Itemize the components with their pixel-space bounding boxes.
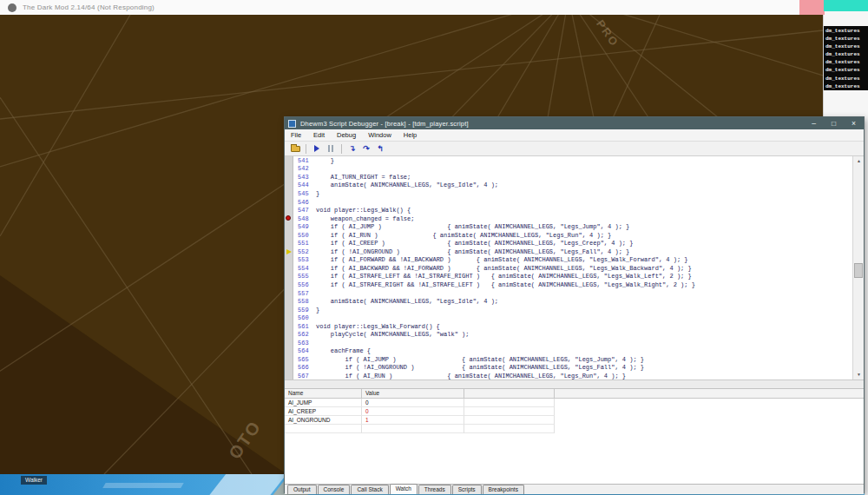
line-number: 550 (293, 232, 316, 239)
watch-value-cell[interactable]: 0 (362, 399, 464, 407)
tab-console[interactable]: Console (318, 485, 351, 494)
breakpoint-gutter[interactable] (285, 314, 293, 322)
code-line: 562 playCycle( ANIMCHANNEL_LEGS, "walk" … (285, 330, 864, 339)
breakpoint-gutter[interactable] (285, 222, 293, 231)
game-close-button[interactable] (799, 0, 825, 15)
line-number: 546 (293, 199, 316, 206)
line-text: if ( AI_FORWARD && !AI_BACKWARD ) { anim… (316, 256, 687, 263)
toolbar-separator (306, 144, 306, 154)
breakpoint-icon[interactable] (286, 215, 291, 221)
pause-icon[interactable] (324, 143, 338, 155)
breakpoint-gutter[interactable] (285, 248, 293, 256)
code-line: 560 (285, 314, 864, 322)
watch-header: NameValue (285, 389, 864, 399)
menu-item-edit[interactable]: Edit (307, 131, 331, 139)
code-line: 557 (285, 289, 864, 298)
watch-panel[interactable]: NameValue AI_JUMP0AI_CREEP0AI_ONGROUND1 (285, 389, 864, 484)
watch-name-cell[interactable]: AI_JUMP (285, 399, 362, 407)
line-number: 543 (293, 174, 316, 181)
step-out-icon[interactable]: ↰ (373, 143, 387, 155)
breakpoint-gutter[interactable] (285, 322, 293, 331)
tab-scripts[interactable]: Scripts (452, 485, 482, 494)
toolbar-separator (341, 144, 342, 154)
close-button[interactable]: × (844, 117, 864, 129)
maximize-button[interactable]: □ (824, 117, 844, 129)
tab-watch[interactable]: Watch (390, 484, 418, 494)
open-file-icon[interactable] (288, 143, 302, 155)
breakpoint-gutter[interactable] (285, 306, 293, 314)
run-icon (314, 145, 319, 152)
step-out-icon: ↰ (377, 144, 384, 153)
breakpoint-gutter[interactable] (285, 355, 293, 364)
breakpoint-gutter[interactable] (285, 189, 293, 198)
watch-name-cell[interactable] (285, 425, 362, 433)
step-over-icon[interactable]: ↷ (359, 143, 373, 155)
scroll-down-icon[interactable]: ▼ (853, 370, 864, 380)
debugger-titlebar[interactable]: Dhewm3 Script Debugger - [break] - [tdm_… (285, 117, 864, 129)
scroll-up-icon[interactable]: ▲ (853, 156, 864, 166)
breakpoint-gutter[interactable] (285, 231, 293, 240)
breakpoint-gutter[interactable] (285, 280, 293, 289)
console-line: dm_textures (825, 75, 868, 82)
watch-value-cell[interactable]: 0 (362, 407, 464, 416)
game-titlebar[interactable]: The Dark Mod 2.14/64 (Not Responding) (0, 0, 825, 15)
breakpoint-gutter[interactable] (285, 182, 293, 190)
watch-row[interactable]: AI_CREEP0 (285, 407, 864, 416)
line-text: if ( !AI_ONGROUND ) { animState( ANIMCHA… (316, 364, 644, 371)
tab-threads[interactable]: Threads (418, 485, 451, 494)
breakpoint-gutter[interactable] (285, 289, 293, 298)
menu-item-file[interactable]: File (285, 131, 307, 139)
watch-name-cell[interactable]: AI_ONGROUND (285, 416, 362, 425)
game-window-title: The Dark Mod 2.14/64 (Not Responding) (23, 3, 155, 11)
code-line: 550 if ( AI_RUN ) { animState( ANIMCHANN… (285, 231, 864, 240)
breakpoint-gutter[interactable] (285, 239, 293, 248)
scrollbar-thumb[interactable] (854, 263, 863, 278)
breakpoint-gutter[interactable] (285, 297, 293, 306)
breakpoint-gutter[interactable] (285, 372, 293, 380)
watch-row[interactable]: AI_ONGROUND1 (285, 416, 864, 425)
breakpoint-gutter[interactable] (285, 256, 293, 265)
tab-call-stack[interactable]: Call Stack (351, 485, 388, 494)
minimize-button[interactable]: – (804, 117, 824, 129)
watch-row[interactable]: AI_JUMP0 (285, 399, 864, 407)
breakpoint-gutter[interactable] (285, 339, 293, 347)
menu-item-debug[interactable]: Debug (331, 131, 362, 139)
watch-column-header[interactable]: Value (362, 389, 464, 398)
breakpoint-gutter[interactable] (285, 156, 293, 165)
watch-name-cell[interactable]: AI_CREEP (285, 407, 362, 416)
breakpoint-gutter[interactable] (285, 264, 293, 273)
tab-output[interactable]: Output (287, 485, 317, 494)
menu-item-help[interactable]: Help (398, 131, 423, 139)
line-text: weapon_changed = false; (316, 215, 414, 222)
watch-row[interactable] (285, 425, 864, 433)
step-into-icon: ↴ (349, 144, 356, 153)
breakpoint-gutter[interactable] (285, 364, 293, 373)
line-text: if ( AI_JUMP ) { animState( ANIMCHANNEL_… (316, 356, 644, 363)
breakpoint-gutter[interactable] (285, 330, 293, 339)
desktop: PRO OTO The Dark Mod 2.14/64 (Not Respon… (0, 0, 868, 495)
line-text: void player::Legs_Walk_Forward() { (316, 323, 440, 330)
watch-column-header[interactable]: Name (285, 389, 362, 398)
watch-column-header[interactable] (464, 389, 555, 398)
breakpoint-gutter[interactable] (285, 206, 293, 214)
code-editor[interactable]: 541 }542543 AI_TURN_RIGHT = false;544 an… (285, 156, 864, 380)
watch-value-cell[interactable]: 1 (362, 416, 464, 425)
line-number: 567 (293, 373, 316, 380)
vertical-scrollbar[interactable]: ▲ ▼ (852, 156, 864, 380)
pane-splitter[interactable] (285, 380, 864, 389)
console-line: dm_textures (825, 66, 868, 74)
breakpoint-gutter[interactable] (285, 273, 293, 281)
breakpoint-gutter[interactable] (285, 347, 293, 356)
current-line-icon (286, 249, 292, 254)
watch-value-cell[interactable] (362, 425, 464, 433)
breakpoint-gutter[interactable] (285, 214, 293, 223)
line-text: if ( AI_CREEP ) { animState( ANIMCHANNEL… (316, 240, 633, 247)
tab-breakpoints[interactable]: Breakpoints (483, 485, 524, 494)
breakpoint-gutter[interactable] (285, 198, 293, 207)
breakpoint-gutter[interactable] (285, 165, 293, 174)
breakpoint-gutter[interactable] (285, 173, 293, 182)
step-into-icon[interactable]: ↴ (345, 143, 359, 155)
menu-item-window[interactable]: Window (362, 131, 398, 139)
line-number: 552 (293, 248, 316, 255)
run-icon[interactable] (310, 143, 324, 155)
